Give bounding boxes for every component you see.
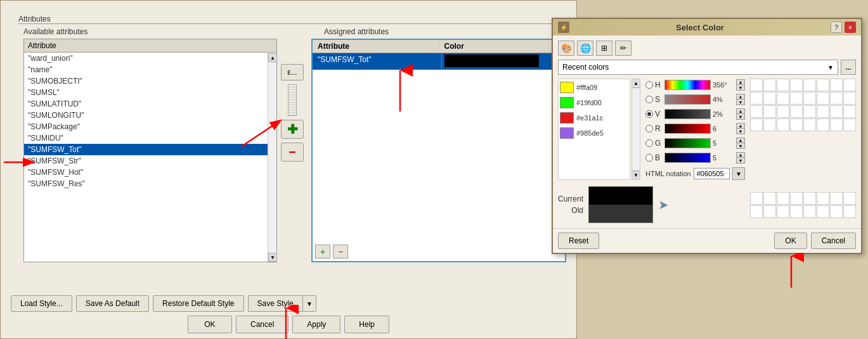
spinner-h-down[interactable]: ▼ bbox=[736, 85, 745, 91]
scroll-track[interactable] bbox=[268, 62, 276, 253]
save-style-dropdown[interactable]: ▼ bbox=[302, 295, 316, 312]
dialog-help-button[interactable]: ? bbox=[831, 22, 842, 33]
spinner-v-down[interactable]: ▼ bbox=[736, 114, 745, 120]
color-grid-cell[interactable] bbox=[763, 79, 776, 91]
spinner-b-up[interactable]: ▲ bbox=[736, 152, 745, 158]
slider-v[interactable] bbox=[664, 109, 711, 119]
list-item-selected[interactable]: "SUMFSW_Tot" bbox=[24, 144, 276, 155]
color-grid-cell[interactable] bbox=[843, 92, 856, 105]
color-grid-cell[interactable] bbox=[777, 79, 789, 91]
available-attr-list[interactable]: "ward_union" "name" "SUMOBJECTI" "SUMSL"… bbox=[24, 53, 276, 262]
color-ok-button[interactable]: OK bbox=[774, 233, 806, 249]
slider-b[interactable] bbox=[664, 153, 711, 163]
list-item[interactable]: "name" bbox=[24, 64, 276, 75]
color-grid-cell[interactable] bbox=[843, 79, 856, 91]
color-grid-cell[interactable] bbox=[790, 118, 803, 131]
spinner-s[interactable]: ▲ ▼ bbox=[736, 94, 745, 105]
color-grid-cell[interactable] bbox=[803, 79, 816, 91]
assigned-row-selected[interactable]: "SUMFSW_Tot" bbox=[313, 53, 565, 70]
swatch-scroll-down[interactable]: ▼ bbox=[632, 170, 640, 179]
color-grid-cell[interactable] bbox=[750, 118, 763, 131]
swatch-19fd00[interactable]: #19fd00 bbox=[560, 96, 628, 110]
radio-s[interactable] bbox=[645, 96, 653, 103]
color-grid-cell[interactable] bbox=[817, 118, 829, 131]
swatch-e31a1c[interactable]: #e31a1c bbox=[560, 111, 628, 125]
custom-grid-cell[interactable] bbox=[830, 205, 843, 218]
spinner-h-up[interactable]: ▲ bbox=[736, 79, 745, 85]
color-grid-cell[interactable] bbox=[750, 105, 763, 118]
custom-grid-cell[interactable] bbox=[750, 205, 763, 218]
spinner-b[interactable]: ▲ ▼ bbox=[736, 152, 745, 163]
slider-s[interactable] bbox=[664, 94, 711, 105]
color-grid-cell[interactable] bbox=[763, 118, 776, 131]
color-grid-cell[interactable] bbox=[790, 79, 803, 91]
color-grid-cell[interactable] bbox=[803, 118, 816, 131]
custom-grid-cell[interactable] bbox=[790, 205, 803, 218]
list-item[interactable]: "ward_union" bbox=[24, 53, 276, 64]
save-style-button[interactable]: Save Style bbox=[248, 295, 302, 312]
tab-pencil[interactable]: ✏ bbox=[615, 41, 632, 56]
scroll-up[interactable]: ▲ bbox=[268, 53, 277, 62]
custom-grid-cell[interactable] bbox=[790, 192, 803, 205]
html-notation-dropdown[interactable]: ▼ bbox=[732, 167, 745, 180]
spinner-g-up[interactable]: ▲ bbox=[736, 138, 745, 143]
color-grid-cell[interactable] bbox=[777, 92, 789, 105]
tab-palette[interactable]: 🎨 bbox=[558, 41, 574, 56]
color-grid-cell[interactable] bbox=[817, 105, 829, 118]
color-grid-cell[interactable] bbox=[763, 92, 776, 105]
html-notation-value[interactable]: #060505 bbox=[694, 168, 730, 179]
save-default-button[interactable]: Save As Default bbox=[76, 295, 149, 312]
spinner-s-up[interactable]: ▲ bbox=[736, 94, 745, 99]
radio-v[interactable] bbox=[645, 110, 653, 118]
color-cancel-button[interactable]: Cancel bbox=[811, 233, 856, 249]
color-grid-cell[interactable] bbox=[817, 79, 829, 91]
color-grid-cell[interactable] bbox=[843, 118, 856, 131]
custom-grid-cell[interactable] bbox=[777, 205, 789, 218]
color-grid-cell[interactable] bbox=[803, 105, 816, 118]
color-grid-cell[interactable] bbox=[750, 79, 763, 91]
assigned-remove-btn[interactable]: − bbox=[333, 245, 348, 259]
assigned-color-cell[interactable] bbox=[442, 53, 566, 70]
spinner-h[interactable]: ▲ ▼ bbox=[736, 79, 745, 91]
spinner-r-up[interactable]: ▲ bbox=[736, 123, 745, 129]
swatch-985de5[interactable]: #985de5 bbox=[560, 126, 628, 140]
spinner-r-down[interactable]: ▼ bbox=[736, 129, 745, 134]
swatch-fffa09[interactable]: #fffa09 bbox=[560, 80, 628, 94]
radio-r[interactable] bbox=[645, 125, 653, 132]
custom-grid-cell[interactable] bbox=[777, 192, 789, 205]
color-grid-cell[interactable] bbox=[790, 92, 803, 105]
list-item[interactable]: "SUMFSW_Hot" bbox=[24, 167, 276, 178]
restore-default-button[interactable]: Restore Default Style bbox=[153, 295, 243, 312]
swatches-scrollbar[interactable]: ▲ ▼ bbox=[632, 79, 640, 180]
reset-button[interactable]: Reset bbox=[558, 233, 599, 249]
slider-g[interactable] bbox=[664, 138, 711, 148]
remove-button[interactable]: − bbox=[281, 143, 304, 162]
custom-grid-cell[interactable] bbox=[817, 205, 829, 218]
dialog-close-button[interactable]: × bbox=[845, 22, 856, 33]
radio-g[interactable] bbox=[645, 139, 653, 147]
color-grid-cell[interactable] bbox=[777, 118, 789, 131]
color-grid-cell[interactable] bbox=[830, 105, 843, 118]
color-grid-cell[interactable] bbox=[830, 118, 843, 131]
spinner-s-down[interactable]: ▼ bbox=[736, 99, 745, 105]
list-item[interactable]: "SUMLONGITU" bbox=[24, 110, 276, 121]
custom-grid-cell[interactable] bbox=[763, 192, 776, 205]
list-item[interactable]: "SUMPackage" bbox=[24, 121, 276, 132]
color-grid-cell[interactable] bbox=[790, 105, 803, 118]
help-button[interactable]: Help bbox=[344, 316, 389, 333]
custom-grid-cell[interactable] bbox=[843, 205, 856, 218]
spinner-b-down[interactable]: ▼ bbox=[736, 158, 745, 163]
custom-grid-cell[interactable] bbox=[763, 205, 776, 218]
spinner-r[interactable]: ▲ ▼ bbox=[736, 123, 745, 134]
radio-h[interactable] bbox=[645, 81, 653, 89]
assigned-add-btn[interactable]: + bbox=[315, 245, 330, 259]
load-style-button[interactable]: Load Style... bbox=[11, 295, 72, 312]
list-item[interactable]: "SUMFSW_Res" bbox=[24, 178, 276, 189]
radio-b[interactable] bbox=[645, 154, 653, 162]
custom-grid-cell[interactable] bbox=[843, 192, 856, 205]
recent-colors-dropdown[interactable]: Recent colors ▼ bbox=[558, 60, 838, 75]
apply-color-arrow[interactable]: ➤ bbox=[658, 197, 669, 212]
color-grid-cell[interactable] bbox=[830, 79, 843, 91]
color-grid-cell[interactable] bbox=[750, 92, 763, 105]
ok-button[interactable]: OK bbox=[188, 316, 232, 333]
